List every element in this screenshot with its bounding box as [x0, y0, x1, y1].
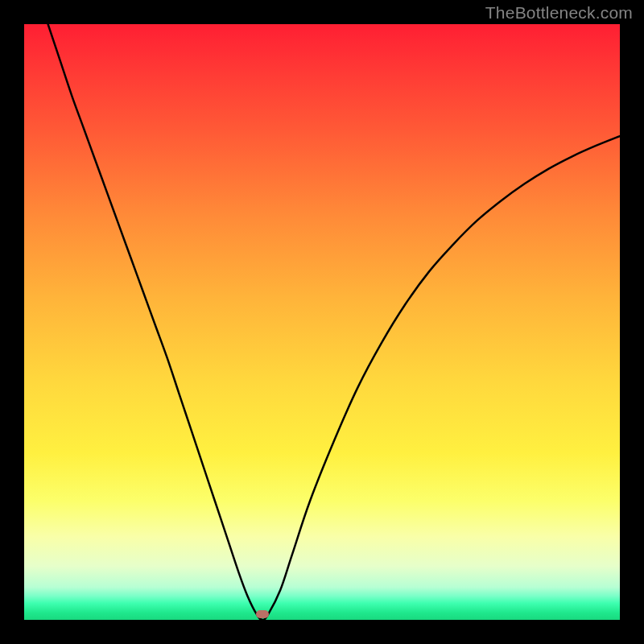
minimum-marker [256, 610, 269, 618]
chart-frame: TheBottleneck.com [0, 0, 644, 644]
watermark-text: TheBottleneck.com [485, 3, 633, 23]
curve-svg [24, 24, 620, 620]
bottleneck-curve [48, 24, 620, 620]
plot-area [24, 24, 620, 620]
